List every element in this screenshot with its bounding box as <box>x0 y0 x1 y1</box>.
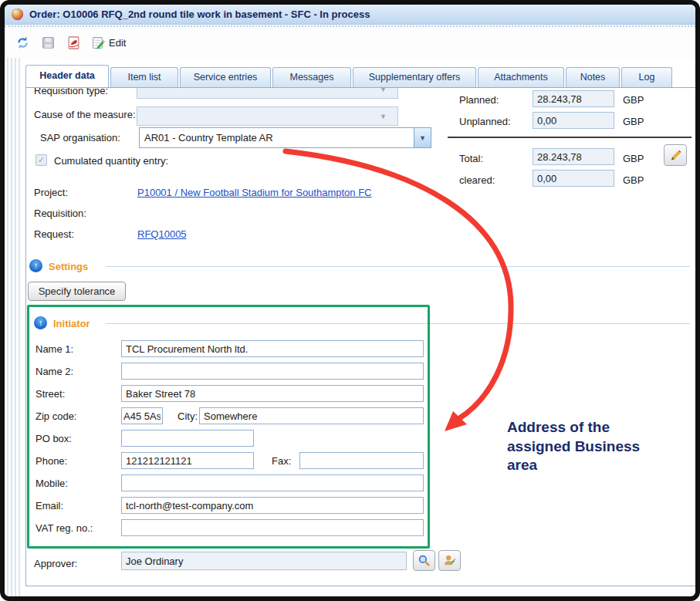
request-link[interactable]: RFQ10005 <box>137 228 187 240</box>
planned-field <box>533 90 614 107</box>
planned-label: Planned: <box>459 94 499 106</box>
project-link[interactable]: P10001 / New Football Stadium for Southa… <box>137 187 372 198</box>
unplanned-field <box>533 112 614 129</box>
tab-service-entries[interactable]: Service entries <box>180 67 271 87</box>
tab-messages[interactable]: Messages <box>272 67 351 87</box>
pencil-icon <box>669 149 682 162</box>
tab-supplementary-offers[interactable]: Supplementary offers <box>353 67 476 87</box>
total-currency: GBP <box>623 153 644 164</box>
approver-label: Approver: <box>34 558 77 569</box>
cleared-label: cleared: <box>459 174 495 186</box>
chevron-down-icon: ▼ <box>380 87 387 93</box>
project-label: Project: <box>34 187 68 198</box>
sap-organisation-select[interactable]: AR01 - Country Template AR ▼ <box>139 127 431 148</box>
settings-section-line <box>106 266 690 267</box>
edit-button-label: Edit <box>109 37 126 49</box>
approver-search-button[interactable] <box>413 550 435 571</box>
annotation-text: Address of the assigned Business area <box>507 418 654 475</box>
tab-notes[interactable]: Notes <box>566 67 620 87</box>
approver-field <box>121 552 407 570</box>
chevron-down-icon: ▼ <box>380 113 387 120</box>
requisition-type-label: Requisition type: <box>34 87 108 96</box>
unplanned-label: Unplanned: <box>459 116 511 127</box>
planned-currency: GBP <box>623 94 644 106</box>
edit-button[interactable]: Edit <box>92 36 126 49</box>
collapse-settings-icon[interactable]: ↑ <box>29 259 42 272</box>
tab-strip: Header data Item list Service entries Me… <box>25 65 674 87</box>
cumulated-quantity-label: Cumulated quantity entry: <box>54 155 168 167</box>
edit-total-button[interactable] <box>664 144 687 166</box>
unplanned-currency: GBP <box>623 116 644 127</box>
sap-organisation-label: SAP organisation: <box>40 132 120 143</box>
cumulated-quantity-checkbox: ✓ <box>36 154 47 166</box>
cause-of-measure-label: Cause of the measure: <box>34 109 136 120</box>
pdf-export-button[interactable] <box>66 35 80 49</box>
window-title: Order: O10006 RFQ_2nd round tile work in… <box>29 8 370 20</box>
request-label: Request: <box>34 228 74 240</box>
content-panel: Requisition type: ▼ Cause of the measure… <box>25 87 696 586</box>
edit-icon <box>92 36 105 49</box>
tab-header-data[interactable]: Header data <box>25 65 109 87</box>
annotation-green-box <box>27 305 430 549</box>
tab-attachments[interactable]: Attachments <box>478 67 564 87</box>
app-logo-icon <box>12 8 23 20</box>
total-field <box>533 148 614 165</box>
total-label: Total: <box>459 153 483 164</box>
user-edit-icon <box>443 554 456 567</box>
tab-item-list[interactable]: Item list <box>110 67 178 87</box>
cause-of-measure-select: ▼ <box>137 106 398 126</box>
requisition-label: Requisition: <box>34 208 86 219</box>
toolbar: Edit <box>5 25 695 58</box>
refresh-icon <box>16 36 29 49</box>
save-icon <box>42 36 55 49</box>
window-left-edge <box>5 58 21 596</box>
save-button <box>41 35 55 49</box>
search-icon <box>418 554 431 567</box>
pdf-export-icon <box>67 36 80 49</box>
cleared-currency: GBP <box>623 174 644 186</box>
chevron-down-icon[interactable]: ▼ <box>414 128 431 147</box>
cleared-field <box>533 170 614 187</box>
tab-log[interactable]: Log <box>621 67 672 87</box>
requisition-type-select: ▼ <box>137 87 398 99</box>
title-bar: Order: O10006 RFQ_2nd round tile work in… <box>5 5 695 25</box>
amounts-divider <box>448 137 692 138</box>
settings-section-title: Settings <box>49 261 88 272</box>
refresh-button[interactable] <box>15 35 29 49</box>
application-window: Order: O10006 RFQ_2nd round tile work in… <box>0 0 700 601</box>
specify-tolerance-button[interactable]: Specify tolerance <box>28 282 126 301</box>
approver-user-button[interactable] <box>438 550 461 571</box>
sap-organisation-value: AR01 - Country Template AR <box>140 128 414 147</box>
